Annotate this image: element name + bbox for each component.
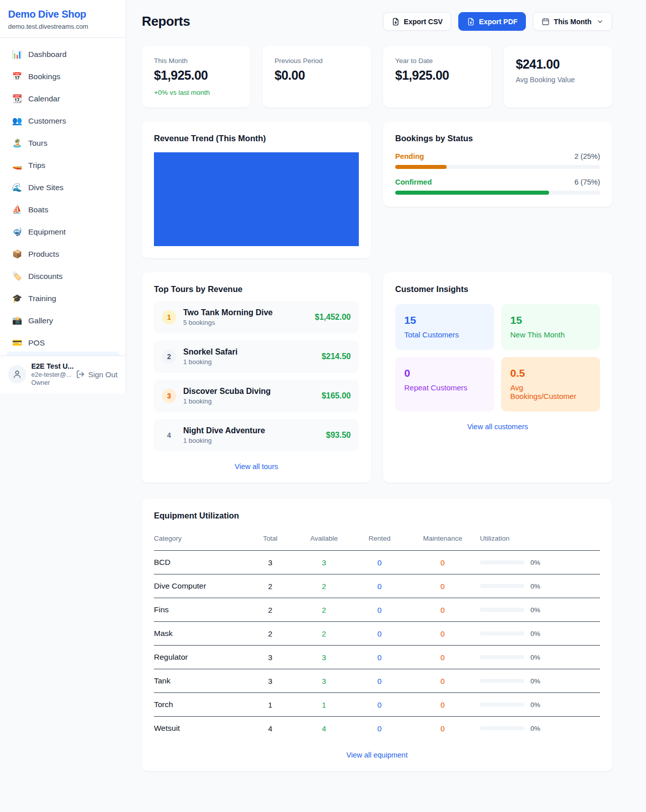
- utilization-percent: 0%: [530, 606, 541, 614]
- sidebar-item-label: Training: [28, 294, 56, 303]
- sign-out-button[interactable]: Sign Out: [76, 370, 118, 379]
- sidebar-item-training[interactable]: 🎓 Training: [6, 289, 120, 308]
- island-icon: 🏝️: [12, 138, 22, 148]
- insight-label: New This Month: [510, 330, 591, 339]
- tour-revenue: $93.50: [326, 431, 351, 440]
- cell-total: 2: [246, 598, 294, 622]
- cell-available: 3: [294, 646, 354, 669]
- sidebar-item-label: Equipment: [28, 227, 66, 237]
- sidebar-item-dashboard[interactable]: 📊 Dashboard: [6, 45, 120, 64]
- insight-label: Total Customers: [404, 330, 485, 339]
- cell-utilization: 0%: [480, 551, 600, 574]
- sidebar-item-calendar[interactable]: 📆 Calendar: [6, 89, 120, 108]
- sidebar-item-gallery[interactable]: 📸 Gallery: [6, 311, 120, 330]
- status-row-pending: Pending 2 (25%): [395, 152, 600, 169]
- column-header: Available: [294, 530, 354, 551]
- page-title: Reports: [142, 14, 190, 29]
- period-dropdown[interactable]: This Month: [533, 12, 612, 31]
- cell-total: 1: [246, 693, 294, 717]
- cell-category: Torch: [154, 693, 246, 717]
- bookings-by-status-card: Bookings by Status Pending 2 (25%) Confi…: [383, 122, 612, 207]
- sidebar-item-tours[interactable]: 🏝️ Tours: [6, 134, 120, 152]
- sidebar-item-trips[interactable]: 🚤 Trips: [6, 156, 120, 175]
- progress-fill-pending: [395, 165, 447, 169]
- user-role: Owner: [31, 379, 71, 386]
- stat-value: $1,925.00: [395, 68, 479, 83]
- utilization-percent: 0%: [530, 654, 541, 661]
- utilization-percent: 0%: [530, 559, 541, 566]
- cell-rented: 0: [354, 693, 405, 717]
- stat-value: $241.00: [516, 57, 600, 72]
- tag-icon: 🏷️: [12, 271, 22, 281]
- export-pdf-label: Export PDF: [479, 18, 517, 26]
- insight-value: 0.5: [510, 367, 591, 379]
- stat-delta: +0% vs last month: [154, 89, 238, 96]
- header-actions: Export CSV Export PDF This Month: [383, 12, 612, 31]
- sidebar-item-bookings[interactable]: 📅 Bookings: [6, 67, 120, 86]
- brand-name[interactable]: Demo Dive Shop: [8, 9, 118, 20]
- utilization-track: [480, 608, 524, 612]
- export-pdf-button[interactable]: Export PDF: [458, 12, 526, 31]
- export-csv-button[interactable]: Export CSV: [383, 12, 451, 31]
- brand: Demo Dive Shop demo.test.divestreams.com: [0, 0, 126, 38]
- utilization-track: [480, 655, 524, 659]
- cell-total: 4: [246, 717, 294, 740]
- stat-card-avg-booking-value: $241.00 Avg Booking Value: [504, 46, 612, 107]
- column-header: Total: [246, 530, 294, 551]
- sidebar-item-discounts[interactable]: 🏷️ Discounts: [6, 267, 120, 285]
- cell-available: 3: [294, 551, 354, 574]
- table-row: Regulator 3 3 0 0 0%: [154, 646, 600, 669]
- status-row-confirmed: Confirmed 6 (75%): [395, 178, 600, 195]
- view-all-customers-link[interactable]: View all customers: [395, 423, 600, 431]
- revenue-trend-chart: [154, 152, 359, 246]
- table-row: Wetsuit 4 4 0 0 0%: [154, 717, 600, 740]
- cell-category: Mask: [154, 622, 246, 646]
- customer-insights-title: Customer Insights: [395, 284, 600, 294]
- cell-category: BCD: [154, 551, 246, 574]
- cell-rented: 0: [354, 598, 405, 622]
- utilization-track: [480, 726, 524, 730]
- cell-utilization: 0%: [480, 646, 600, 669]
- tour-row: 2 Snorkel Safari 1 booking $214.50: [154, 340, 359, 373]
- chevron-down-icon: [597, 18, 604, 25]
- diving-mask-icon: 🤿: [12, 227, 22, 237]
- sidebar-item-label: Boats: [28, 205, 48, 214]
- sidebar-item-equipment[interactable]: 🤿 Equipment: [6, 222, 120, 241]
- utilization-percent: 0%: [530, 701, 541, 709]
- sidebar-item-label: POS: [28, 338, 45, 347]
- main-content: Reports Export CSV Export PDF: [126, 0, 646, 795]
- tour-bookings: 1 booking: [183, 358, 314, 366]
- cell-maintenance: 0: [405, 646, 480, 669]
- tour-row: 1 Two Tank Morning Dive 5 bookings $1,45…: [154, 301, 359, 333]
- stat-card-previous-period: Previous Period $0.00: [262, 46, 371, 107]
- user-email: e2e-tester@...: [31, 371, 71, 378]
- tour-row: 3 Discover Scuba Diving 1 booking $165.0…: [154, 380, 359, 412]
- cell-rented: 0: [354, 669, 405, 693]
- equipment-utilization-card: Equipment Utilization Category Total Ava…: [142, 499, 612, 771]
- table-header-row: Category Total Available Rented Maintena…: [154, 530, 600, 551]
- cell-maintenance: 0: [405, 551, 480, 574]
- sidebar-item-products[interactable]: 📦 Products: [6, 245, 120, 263]
- view-all-equipment-link[interactable]: View all equipment: [154, 751, 600, 759]
- status-count: 2 (25%): [574, 152, 600, 160]
- utilization-track: [480, 631, 524, 635]
- sidebar-item-dive-sites[interactable]: 🌊 Dive Sites: [6, 178, 120, 197]
- sidebar-item-boats[interactable]: ⛵ Boats: [6, 200, 120, 219]
- cell-category: Tank: [154, 669, 246, 693]
- utilization-percent: 0%: [530, 583, 541, 590]
- view-all-tours-link[interactable]: View all tours: [154, 462, 359, 471]
- sidebar-item-customers[interactable]: 👥 Customers: [6, 111, 120, 130]
- progress-track: [395, 165, 600, 169]
- sidebar-item-pos[interactable]: 💳 POS: [6, 333, 120, 352]
- tour-name: Night Dive Adventure: [183, 426, 319, 435]
- sailboat-icon: ⛵: [12, 205, 22, 214]
- package-icon: 📦: [12, 249, 22, 259]
- insights-row: Top Tours by Revenue 1 Two Tank Morning …: [142, 272, 612, 483]
- table-row: Dive Computer 2 2 0 0 0%: [154, 574, 600, 598]
- cell-available: 2: [294, 574, 354, 598]
- status-label: Pending: [395, 152, 424, 160]
- sidebar-item-reports-partial[interactable]: [6, 352, 120, 356]
- sidebar-item-label: Gallery: [28, 316, 53, 325]
- progress-track: [395, 191, 600, 195]
- column-header: Utilization: [480, 530, 600, 551]
